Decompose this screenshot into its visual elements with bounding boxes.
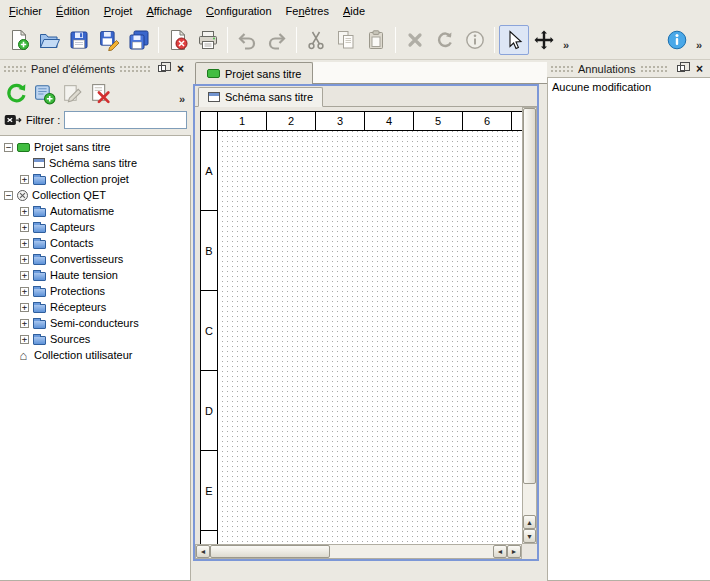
save-as-button[interactable] (94, 25, 124, 55)
toolbar-overflow-chevron[interactable]: » (692, 25, 706, 55)
clear-filter-icon[interactable] (4, 113, 22, 128)
new-element-button[interactable] (30, 80, 58, 108)
tree-item-projet-sans-titre[interactable]: −Projet sans titre (0, 139, 190, 155)
expand-icon[interactable]: + (20, 255, 29, 264)
folder-icon (33, 272, 46, 281)
collapse-icon[interactable]: − (4, 191, 13, 200)
save-all-button[interactable] (124, 25, 154, 55)
open-folder-icon (38, 29, 60, 51)
ruler-column-4: 4 (365, 112, 414, 130)
expand-icon[interactable]: + (20, 303, 29, 312)
expand-icon[interactable]: + (20, 271, 29, 280)
tree-item-collection-qet[interactable]: −Collection QET (0, 187, 190, 203)
schema-tab[interactable]: Schéma sans titre (198, 87, 323, 107)
tree-item-label: Schéma sans titre (49, 157, 137, 169)
scroll-left-button[interactable]: ◄ (196, 545, 210, 558)
dock-grip[interactable] (550, 65, 574, 73)
schema-canvas[interactable]: 123456 ABCDE (200, 111, 522, 544)
horizontal-scrollbar[interactable]: ◄ ◄ ► (195, 544, 522, 559)
toolbar-overflow-chevron[interactable]: » (175, 79, 189, 109)
about-button[interactable] (662, 25, 692, 55)
tree-item-haute-tension[interactable]: +Haute tension (0, 267, 190, 283)
delete-icon (404, 29, 426, 51)
tree-item-protections[interactable]: +Protections (0, 283, 190, 299)
info-blue-icon (666, 29, 688, 51)
expand-icon[interactable]: + (20, 207, 29, 216)
pan-mode-button[interactable] (529, 25, 559, 55)
folder-icon (33, 288, 46, 297)
project-tab[interactable]: Projet sans titre (195, 62, 313, 84)
filter-label: Filtrer : (26, 114, 60, 126)
close-file-button[interactable] (163, 25, 193, 55)
home-icon: ⌂ (17, 350, 30, 361)
toolbar-separator (296, 27, 297, 53)
vscroll-thumb[interactable] (523, 108, 536, 484)
reload-collections-button[interactable] (2, 80, 30, 108)
tree-item-automatisme[interactable]: +Automatisme (0, 203, 190, 219)
folder-icon (33, 224, 46, 233)
tree-item-capteurs[interactable]: +Capteurs (0, 219, 190, 235)
expand-icon[interactable]: + (20, 223, 29, 232)
undo-panel: Annulations × Aucune modification (547, 60, 710, 581)
tree-item-schema-sans-titre[interactable]: Schéma sans titre (0, 155, 190, 171)
tree-item-label: Sources (50, 333, 90, 345)
new-document-button[interactable] (4, 25, 34, 55)
tree-item-label: Capteurs (50, 221, 95, 233)
tree-item-collection-utilisateur[interactable]: ⌂Collection utilisateur (0, 347, 190, 363)
undo-history-list[interactable]: Aucune modification (547, 77, 710, 581)
menu-fichier[interactable]: Fichier (2, 0, 49, 21)
select-mode-button[interactable] (499, 25, 529, 55)
toolbar-overflow-chevron[interactable]: » (559, 25, 573, 55)
expand-icon[interactable]: + (20, 175, 29, 184)
project-icon (207, 69, 220, 78)
menu-affichage[interactable]: Affichage (139, 0, 199, 21)
scroll-left-button-2[interactable]: ◄ (493, 545, 507, 558)
select-arrow-icon (503, 29, 525, 51)
schema-tabbar: Schéma sans titre (195, 86, 537, 107)
expand-icon[interactable]: + (20, 287, 29, 296)
print-button[interactable] (193, 25, 223, 55)
scroll-down-button[interactable]: ▼ (523, 529, 536, 543)
dock-grip[interactable] (640, 65, 670, 73)
ruler-row-C: C (201, 291, 217, 371)
scroll-up-button[interactable]: ▲ (523, 515, 536, 529)
open-project-button[interactable] (34, 25, 64, 55)
close-panel-button[interactable]: × (692, 62, 707, 76)
scroll-right-button[interactable]: ► (507, 545, 521, 558)
save-button[interactable] (64, 25, 94, 55)
qet-icon (17, 190, 28, 201)
hscroll-thumb[interactable] (210, 545, 330, 558)
vertical-scrollbar[interactable]: ▲ ▼ (522, 107, 537, 544)
ruler-column-2: 2 (267, 112, 316, 130)
tree-item-semi-conducteurs[interactable]: +Semi-conducteurs (0, 315, 190, 331)
drawing-area[interactable] (218, 131, 522, 544)
menu-aide[interactable]: Aide (336, 0, 372, 21)
close-panel-button[interactable]: × (173, 62, 188, 76)
dock-grip[interactable] (119, 65, 150, 73)
tree-item-collection-projet[interactable]: +Collection projet (0, 171, 190, 187)
expand-icon[interactable]: + (20, 239, 29, 248)
collapse-icon[interactable]: − (4, 143, 13, 152)
menu-projet[interactable]: Projet (97, 0, 140, 21)
delete-element-button[interactable] (86, 80, 114, 108)
menu-edition[interactable]: Édition (49, 0, 97, 21)
ruler-row-D: D (201, 371, 217, 451)
tree-item-recepteurs[interactable]: +Récepteurs (0, 299, 190, 315)
tree-item-contacts[interactable]: +Contacts (0, 235, 190, 251)
expand-icon[interactable]: + (20, 319, 29, 328)
menu-configuration[interactable]: Configuration (199, 0, 278, 21)
filter-input[interactable] (64, 111, 187, 129)
undo-empty-text: Aucune modification (552, 81, 706, 93)
float-panel-button[interactable] (154, 62, 169, 76)
redo-icon (266, 29, 288, 51)
menu-fenetres[interactable]: Fenêtres (279, 0, 336, 21)
dock-grip[interactable] (3, 65, 27, 73)
float-panel-button[interactable] (673, 62, 688, 76)
project-icon (17, 143, 30, 152)
tree-item-convertisseurs[interactable]: +Convertisseurs (0, 251, 190, 267)
expand-icon[interactable]: + (20, 335, 29, 344)
vscroll-track[interactable] (523, 484, 536, 515)
hscroll-track[interactable] (330, 545, 493, 558)
vertical-ruler: ABCDE (201, 131, 218, 544)
tree-item-sources[interactable]: +Sources (0, 331, 190, 347)
